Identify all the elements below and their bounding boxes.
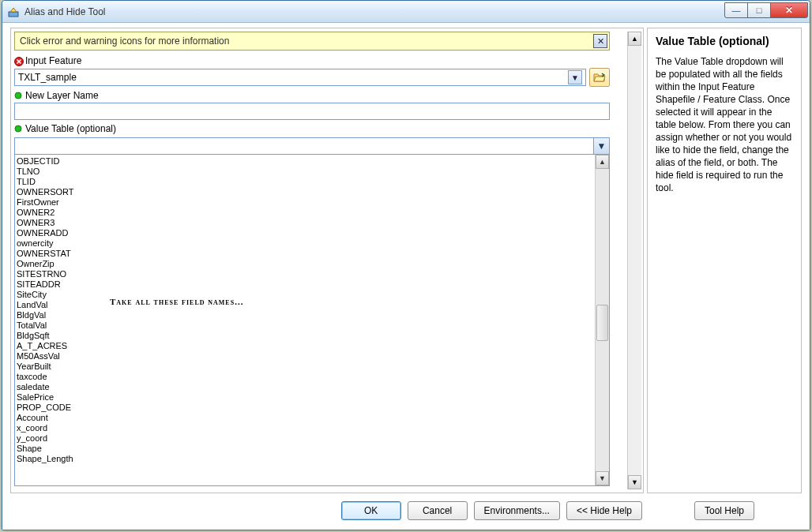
field-item[interactable]: x_coord (17, 423, 593, 433)
button-bar: OK Cancel Environments... << Hide Help T… (2, 496, 810, 530)
message-bar: Click error and warning icons for more i… (14, 32, 610, 51)
field-item[interactable]: ownercity (17, 238, 593, 249)
top-split: Click error and warning icons for more i… (2, 23, 810, 496)
dropdown-arrow-icon[interactable]: ▼ (593, 138, 609, 154)
field-item[interactable]: OwnerZip (17, 259, 593, 269)
field-item[interactable]: A_T_ACRES (17, 341, 593, 351)
parameters-pane: Click error and warning icons for more i… (10, 28, 644, 493)
param-label: Value Table (optional) (14, 122, 610, 136)
folder-open-icon (593, 72, 606, 83)
parameters-content: Click error and warning icons for more i… (14, 32, 627, 489)
field-item[interactable]: saledate (17, 382, 593, 392)
hide-help-button[interactable]: << Hide Help (566, 501, 642, 520)
label-text: New Layer Name (25, 90, 99, 101)
field-item[interactable]: OWNERSORT (17, 187, 593, 197)
field-item[interactable]: M50AssVal (17, 351, 593, 362)
svg-point-2 (15, 92, 21, 99)
close-button[interactable]: ✕ (770, 2, 808, 18)
browse-button[interactable] (589, 68, 610, 87)
field-item[interactable]: LandVal (17, 300, 593, 310)
param-label: New Layer Name (14, 88, 610, 103)
app-icon (7, 6, 20, 18)
field-item[interactable]: SiteCity (17, 290, 593, 300)
titlebar: Alias and Hide Tool — □ ✕ (2, 1, 810, 23)
environments-button[interactable]: Environments... (474, 501, 560, 520)
field-list-container: OBJECTIDTLNOTLIDOWNERSORTFirstOwnerOWNER… (14, 155, 610, 486)
close-icon: ✕ (785, 5, 793, 16)
ok-icon (14, 125, 22, 133)
dialog-window: Alias and Hide Tool — □ ✕ Click error an… (2, 0, 810, 530)
scroll-track[interactable] (628, 46, 641, 475)
field-item[interactable]: Shape (17, 444, 593, 454)
error-icon[interactable] (14, 57, 22, 65)
field-item[interactable]: OBJECTID (17, 156, 593, 167)
svg-point-3 (15, 126, 21, 132)
scroll-up-button[interactable]: ▲ (596, 155, 609, 169)
param-new-layer-name: New Layer Name (14, 88, 610, 120)
label-text: Value Table (optional) (25, 123, 116, 134)
field-list[interactable]: OBJECTIDTLNOTLIDOWNERSORTFirstOwnerOWNER… (15, 155, 595, 485)
message-close-button[interactable]: ✕ (593, 34, 607, 48)
maximize-icon: □ (757, 6, 762, 15)
minimize-icon: — (732, 6, 741, 15)
field-item[interactable]: YearBuilt (17, 362, 593, 372)
field-item[interactable]: BldgVal (17, 310, 593, 320)
svg-rect-0 (9, 12, 18, 17)
scroll-thumb[interactable] (596, 305, 608, 341)
help-pane: Value Table (optional) The Value Table d… (647, 28, 802, 493)
cancel-button[interactable]: Cancel (408, 501, 468, 520)
window-buttons: — □ ✕ (725, 2, 808, 18)
message-text: Click error and warning icons for more i… (20, 36, 229, 47)
field-item[interactable]: TLID (17, 177, 593, 187)
maximize-button[interactable]: □ (747, 2, 771, 18)
field-item[interactable]: OWNERADD (17, 228, 593, 238)
close-icon: ✕ (597, 36, 604, 47)
scroll-down-button[interactable]: ▼ (628, 475, 641, 489)
field-item[interactable]: OWNER2 (17, 208, 593, 218)
combo-value: TXLT_sample (18, 72, 77, 83)
input-feature-combo[interactable]: TXLT_sample ▼ (14, 69, 586, 86)
field-item[interactable]: SalePrice (17, 392, 593, 403)
field-item[interactable]: OWNERSTAT (17, 249, 593, 259)
param-input-feature: Input Feature TXLT_sample ▼ (14, 54, 610, 87)
minimize-button[interactable]: — (724, 2, 748, 18)
field-item[interactable]: BldgSqft (17, 331, 593, 341)
scroll-up-button[interactable]: ▲ (628, 32, 641, 46)
label-text: Input Feature (25, 55, 81, 66)
help-title: Value Table (optional) (656, 35, 793, 47)
value-table-dropdown[interactable]: ▼ (14, 137, 610, 155)
list-scrollbar[interactable]: ▲ ▼ (595, 155, 609, 485)
ok-button[interactable]: OK (341, 501, 401, 520)
field-item[interactable]: taxcode (17, 372, 593, 382)
param-value-table: Value Table (optional) ▼ OBJECTIDTLNOTLI… (14, 122, 610, 489)
field-item[interactable]: TLNO (17, 167, 593, 177)
window-title: Alias and Hide Tool (24, 6, 106, 17)
field-item[interactable]: OWNER3 (17, 218, 593, 228)
field-item[interactable]: Account (17, 413, 593, 423)
ok-icon (14, 92, 22, 99)
field-item[interactable]: SITESTRNO (17, 269, 593, 279)
param-label: Input Feature (14, 54, 610, 68)
field-item[interactable]: Shape_Length (17, 454, 593, 464)
field-item[interactable]: TotalVal (17, 320, 593, 331)
dialog-body: Click error and warning icons for more i… (2, 23, 810, 530)
pane-scrollbar[interactable]: ▲ ▼ (627, 32, 641, 489)
field-item[interactable]: y_coord (17, 433, 593, 444)
tool-help-button[interactable]: Tool Help (694, 501, 754, 520)
scroll-down-button[interactable]: ▼ (596, 471, 609, 485)
new-layer-name-input[interactable] (14, 103, 610, 120)
dropdown-arrow-icon[interactable]: ▼ (568, 70, 582, 84)
help-body: The Value Table dropdown will be populat… (656, 55, 793, 194)
scroll-track[interactable] (596, 169, 609, 471)
field-item[interactable]: FirstOwner (17, 197, 593, 208)
field-item[interactable]: PROP_CODE (17, 403, 593, 413)
field-item[interactable]: SITEADDR (17, 279, 593, 290)
